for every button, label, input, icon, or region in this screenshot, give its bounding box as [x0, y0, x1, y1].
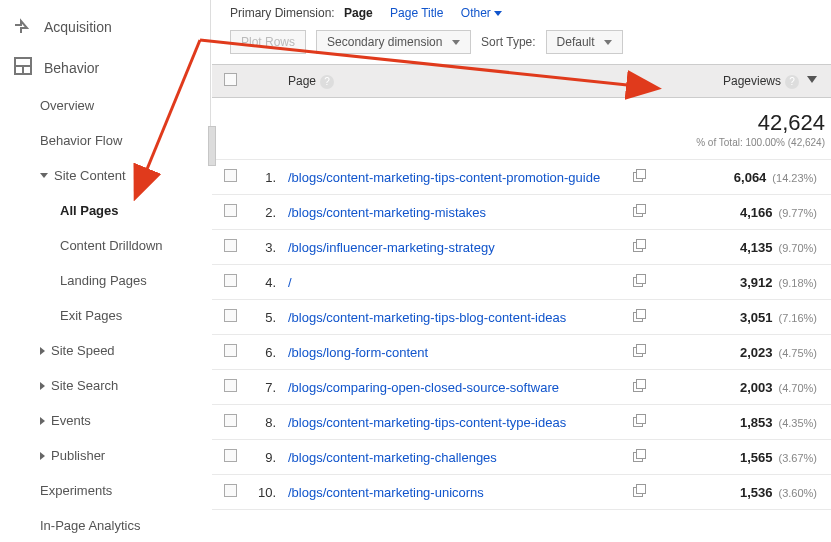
page-link[interactable]: /blogs/content-marketing-unicorns [288, 485, 484, 500]
external-link-icon [633, 345, 645, 357]
sidebar-item-landing-pages[interactable]: Landing Pages [0, 263, 210, 298]
row-rank: 4. [248, 265, 282, 300]
page-link[interactable]: /blogs/influencer-marketing-strategy [288, 240, 495, 255]
row-rank: 3. [248, 230, 282, 265]
table-row: 6./blogs/long-form-content2,023(4.75%) [212, 335, 831, 370]
data-table: Page? Pageviews? 42,624 % of Total: 100.… [212, 64, 831, 510]
table-row: 5./blogs/content-marketing-tips-blog-con… [212, 300, 831, 335]
page-link[interactable]: / [288, 275, 292, 290]
caret-right-icon [40, 452, 45, 460]
caret-right-icon [40, 347, 45, 355]
row-page: /blogs/content-marketing-tips-blog-conte… [282, 300, 625, 335]
secondary-dimension-select[interactable]: Secondary dimension [316, 30, 471, 54]
help-icon[interactable]: ? [320, 75, 334, 89]
row-checkbox[interactable] [212, 230, 248, 265]
row-external[interactable] [625, 475, 653, 510]
sidebar-item-site-content[interactable]: Site Content [0, 158, 210, 193]
table-row: 9./blogs/content-marketing-challenges1,5… [212, 440, 831, 475]
row-external[interactable] [625, 440, 653, 475]
sidebar-item-experiments[interactable]: Experiments [0, 473, 210, 508]
controls-row: Plot Rows Secondary dimension Sort Type:… [230, 30, 831, 54]
sort-type-select[interactable]: Default [546, 30, 624, 54]
row-checkbox[interactable] [212, 370, 248, 405]
sidebar-label: Site Speed [51, 343, 115, 358]
table-row: 7./blogs/comparing-open-closed-source-so… [212, 370, 831, 405]
sort-desc-icon [807, 76, 817, 83]
table-row: 3./blogs/influencer-marketing-strategy4,… [212, 230, 831, 265]
plot-rows-button[interactable]: Plot Rows [230, 30, 306, 54]
row-rank: 2. [248, 195, 282, 230]
sidebar-item-all-pages[interactable]: All Pages [0, 193, 210, 228]
main-content: Primary Dimension: Page Page Title Other… [212, 0, 831, 542]
checkbox-icon [224, 449, 237, 462]
checkbox-icon [224, 169, 237, 182]
row-external[interactable] [625, 405, 653, 440]
sidebar-label: Site Search [51, 378, 118, 393]
page-link[interactable]: /blogs/content-marketing-mistakes [288, 205, 486, 220]
row-checkbox[interactable] [212, 405, 248, 440]
row-page: /blogs/content-marketing-tips-content-ty… [282, 405, 625, 440]
sidebar-label: Acquisition [44, 19, 112, 35]
checkbox-icon [224, 379, 237, 392]
checkbox-icon [224, 344, 237, 357]
external-link-icon [633, 415, 645, 427]
row-external[interactable] [625, 195, 653, 230]
checkbox-icon [224, 239, 237, 252]
page-link[interactable]: /blogs/comparing-open-closed-source-soft… [288, 380, 559, 395]
external-link-icon [633, 485, 645, 497]
header-pageviews[interactable]: Pageviews? [653, 65, 831, 98]
row-page: /blogs/comparing-open-closed-source-soft… [282, 370, 625, 405]
row-rank: 10. [248, 475, 282, 510]
row-external[interactable] [625, 230, 653, 265]
acquisition-icon [14, 16, 34, 37]
external-link-icon [633, 450, 645, 462]
row-checkbox[interactable] [212, 440, 248, 475]
sidebar-item-events[interactable]: Events [0, 403, 210, 438]
row-checkbox[interactable] [212, 195, 248, 230]
sidebar-item-exit-pages[interactable]: Exit Pages [0, 298, 210, 333]
table-row: 8./blogs/content-marketing-tips-content-… [212, 405, 831, 440]
row-checkbox[interactable] [212, 265, 248, 300]
header-checkbox[interactable] [212, 65, 248, 98]
page-link[interactable]: /blogs/content-marketing-tips-content-pr… [288, 170, 600, 185]
sidebar-item-in-page-analytics[interactable]: In-Page Analytics [0, 508, 210, 542]
dimension-page-title[interactable]: Page Title [390, 6, 443, 20]
totals-row: 42,624 % of Total: 100.00% (42,624) [212, 98, 831, 160]
header-page[interactable]: Page? [282, 65, 625, 98]
row-external[interactable] [625, 300, 653, 335]
row-checkbox[interactable] [212, 475, 248, 510]
row-external[interactable] [625, 335, 653, 370]
row-pageviews: 2,003(4.70%) [653, 370, 831, 405]
resize-handle[interactable] [208, 126, 216, 166]
page-link[interactable]: /blogs/content-marketing-tips-content-ty… [288, 415, 566, 430]
sidebar-item-overview[interactable]: Overview [0, 88, 210, 123]
sidebar-label: Events [51, 413, 91, 428]
row-external[interactable] [625, 370, 653, 405]
sidebar-label: Content Drilldown [60, 238, 163, 253]
sidebar-item-behavior-flow[interactable]: Behavior Flow [0, 123, 210, 158]
sidebar-item-behavior[interactable]: Behavior [0, 47, 210, 88]
sidebar-item-acquisition[interactable]: Acquisition [0, 6, 210, 47]
sidebar-label: Landing Pages [60, 273, 147, 288]
sidebar-item-site-search[interactable]: Site Search [0, 368, 210, 403]
sidebar-item-site-speed[interactable]: Site Speed [0, 333, 210, 368]
row-external[interactable] [625, 265, 653, 300]
checkbox-icon [224, 274, 237, 287]
dimension-page[interactable]: Page [344, 6, 373, 20]
header-rank [248, 65, 282, 98]
dimension-other[interactable]: Other [461, 6, 502, 20]
row-checkbox[interactable] [212, 160, 248, 195]
row-external[interactable] [625, 160, 653, 195]
table-row: 4./3,912(9.18%) [212, 265, 831, 300]
page-link[interactable]: /blogs/content-marketing-challenges [288, 450, 497, 465]
page-link[interactable]: /blogs/content-marketing-tips-blog-conte… [288, 310, 566, 325]
checkbox-icon [224, 414, 237, 427]
sidebar-item-content-drilldown[interactable]: Content Drilldown [0, 228, 210, 263]
row-page: /blogs/content-marketing-mistakes [282, 195, 625, 230]
page-link[interactable]: /blogs/long-form-content [288, 345, 428, 360]
row-checkbox[interactable] [212, 335, 248, 370]
sidebar-item-publisher[interactable]: Publisher [0, 438, 210, 473]
table-row: 2./blogs/content-marketing-mistakes4,166… [212, 195, 831, 230]
help-icon[interactable]: ? [785, 75, 799, 89]
row-checkbox[interactable] [212, 300, 248, 335]
